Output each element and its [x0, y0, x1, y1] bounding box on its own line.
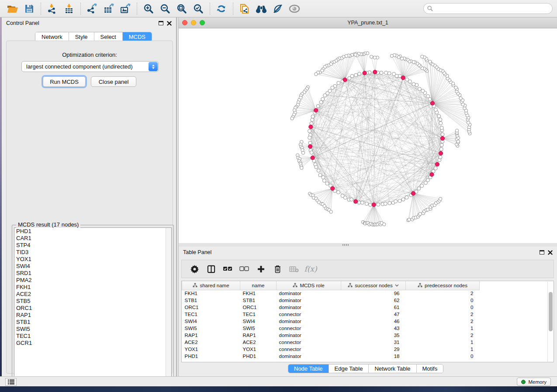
- table-row[interactable]: RAP1RAP1dominator352: [182, 332, 480, 339]
- graph-edge[interactable]: [413, 193, 426, 210]
- table-row[interactable]: STB1STB1dominator620: [182, 297, 480, 304]
- close-panel-icon[interactable]: [167, 21, 172, 26]
- graph-hub-node[interactable]: [309, 125, 313, 129]
- mcds-result-item[interactable]: GCR1: [14, 340, 171, 347]
- graph-node[interactable]: [349, 198, 353, 201]
- graph-node[interactable]: [354, 53, 357, 56]
- mcds-result-item[interactable]: RAP1: [14, 312, 171, 319]
- tab-style[interactable]: Style: [69, 32, 94, 41]
- graph-node[interactable]: [318, 173, 322, 177]
- graph-node[interactable]: [426, 94, 430, 98]
- graph-node[interactable]: [357, 72, 361, 76]
- birds-eye-view-button[interactable]: [286, 2, 303, 16]
- mcds-result-item[interactable]: PHD1: [14, 228, 171, 235]
- graph-node[interactable]: [336, 190, 340, 194]
- graph-node[interactable]: [439, 148, 443, 151]
- graph-node[interactable]: [319, 100, 323, 104]
- result-list-scrollbar[interactable]: [166, 228, 171, 383]
- mcds-result-item[interactable]: TEC1: [14, 333, 171, 340]
- graph-node[interactable]: [308, 129, 311, 133]
- graph-node[interactable]: [360, 201, 364, 204]
- graph-node[interactable]: [343, 196, 347, 199]
- graph-edge[interactable]: [329, 189, 333, 210]
- zoom-fit-button[interactable]: [173, 2, 190, 16]
- graph-node[interactable]: [390, 54, 393, 57]
- task-history-button[interactable]: [5, 378, 17, 386]
- graph-node[interactable]: [439, 121, 443, 125]
- graph-edge[interactable]: [432, 93, 458, 103]
- graph-node[interactable]: [441, 133, 444, 136]
- graph-node[interactable]: [434, 167, 437, 170]
- graph-node[interactable]: [440, 143, 443, 147]
- network-canvas[interactable]: [179, 28, 557, 243]
- tab-network[interactable]: Network: [35, 32, 69, 41]
- table-row[interactable]: TEC1TEC1connector472: [182, 311, 480, 318]
- close-panel-icon[interactable]: [548, 250, 553, 255]
- graph-hub-node[interactable]: [308, 144, 312, 148]
- graph-edge[interactable]: [403, 58, 404, 78]
- graph-node[interactable]: [301, 151, 304, 154]
- graph-node[interactable]: [419, 212, 422, 215]
- float-window-icon[interactable]: [540, 250, 544, 254]
- graph-hub-node[interactable]: [363, 71, 367, 75]
- graph-hub-node[interactable]: [411, 191, 415, 195]
- graph-node[interactable]: [421, 55, 424, 58]
- graph-node[interactable]: [377, 203, 380, 206]
- horizontal-splitter[interactable]: [179, 243, 557, 247]
- graph-node[interactable]: [337, 81, 340, 85]
- graph-node[interactable]: [439, 197, 442, 200]
- search-field[interactable]: [423, 3, 553, 14]
- graph-node[interactable]: [300, 166, 303, 169]
- graph-node[interactable]: [316, 104, 320, 108]
- import-network-button[interactable]: [44, 2, 61, 16]
- table-row[interactable]: SWI4SWI4dominator462: [182, 318, 480, 325]
- graph-node[interactable]: [291, 117, 294, 120]
- network-titlebar[interactable]: YPA_prune.txt_1: [179, 17, 557, 28]
- graph-node[interactable]: [369, 203, 372, 206]
- zoom-selected-button[interactable]: [190, 2, 207, 16]
- mcds-result-item[interactable]: TID3: [14, 249, 171, 256]
- graph-hub-node[interactable]: [435, 162, 439, 166]
- graph-hub-node[interactable]: [331, 186, 335, 190]
- graph-edge[interactable]: [432, 86, 453, 103]
- graph-node[interactable]: [308, 136, 311, 139]
- graph-node[interactable]: [418, 87, 421, 91]
- graph-node[interactable]: [440, 126, 443, 130]
- mcds-result-item[interactable]: STB5: [14, 298, 171, 305]
- network-graph[interactable]: [179, 28, 557, 243]
- graph-edge[interactable]: [413, 193, 431, 207]
- toggle-graphics-details-button[interactable]: [270, 2, 286, 16]
- graph-node[interactable]: [387, 72, 391, 75]
- mcds-result-item[interactable]: PMA2: [14, 277, 171, 284]
- graph-node[interactable]: [405, 78, 409, 81]
- mcds-result-item[interactable]: SWI4: [14, 263, 171, 270]
- mcds-result-item[interactable]: SRD1: [14, 270, 171, 277]
- graph-node[interactable]: [383, 223, 386, 226]
- graph-hub-node[interactable]: [439, 151, 443, 155]
- graph-node[interactable]: [455, 129, 458, 132]
- table-row[interactable]: ACE2ACE2connector311: [182, 339, 480, 346]
- table-row[interactable]: FKH1FKH1dominator962: [182, 290, 480, 297]
- unselect-all-rows-button[interactable]: [236, 261, 253, 276]
- graph-node[interactable]: [348, 76, 351, 80]
- graph-node[interactable]: [467, 121, 470, 124]
- column-header-mcds-role[interactable]: MCDS role: [277, 281, 341, 290]
- graph-edge[interactable]: [443, 133, 457, 138]
- graph-node[interactable]: [437, 114, 441, 118]
- zoom-out-button[interactable]: [157, 2, 173, 16]
- table-row[interactable]: YOX1YOX1connector291: [182, 346, 480, 353]
- graph-node[interactable]: [408, 218, 411, 221]
- graph-node[interactable]: [439, 155, 442, 159]
- graph-hub-node[interactable]: [373, 70, 377, 74]
- graph-node[interactable]: [459, 96, 462, 100]
- graph-node[interactable]: [380, 71, 383, 75]
- graph-node[interactable]: [429, 60, 432, 63]
- graph-edge[interactable]: [345, 55, 349, 80]
- graph-node[interactable]: [325, 182, 329, 185]
- zoom-in-button[interactable]: [140, 2, 157, 16]
- graph-node[interactable]: [370, 55, 373, 58]
- graph-hub-node[interactable]: [440, 136, 444, 140]
- graph-node[interactable]: [311, 115, 315, 118]
- graph-node[interactable]: [398, 199, 401, 203]
- run-mcds-button[interactable]: Run MCDS: [43, 76, 86, 87]
